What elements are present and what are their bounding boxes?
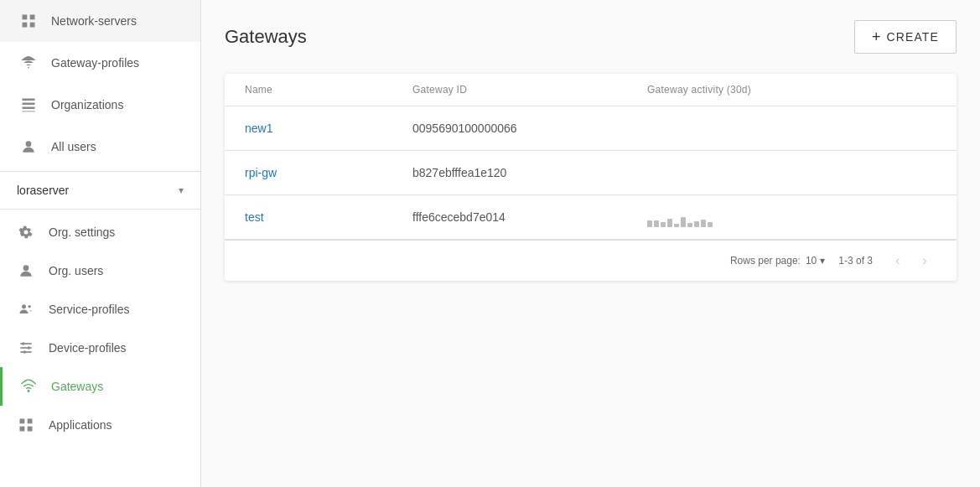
gateways-table-card: Name Gateway ID Gateway activity (30d) n… xyxy=(225,74,957,281)
activity-bar xyxy=(681,217,686,227)
gateway-name-link[interactable]: test xyxy=(245,210,412,224)
activity-bar xyxy=(654,220,659,227)
page-title: Gateways xyxy=(225,26,307,48)
activity-cell xyxy=(647,163,936,183)
svg-rect-1 xyxy=(30,15,35,20)
pagination-nav: ‹ › xyxy=(886,249,936,272)
col-gateway-id: Gateway ID xyxy=(412,84,647,96)
svg-point-15 xyxy=(22,342,24,345)
gateway-id-cell: 0095690100000066 xyxy=(412,122,647,135)
org-name: loraserver xyxy=(17,184,172,197)
pagination-info: 1-3 of 3 xyxy=(838,255,873,267)
rows-per-page-label: Rows per page: xyxy=(730,255,801,267)
svg-rect-3 xyxy=(30,23,35,28)
rows-per-page: Rows per page: 10 ▾ xyxy=(730,255,825,267)
svg-point-16 xyxy=(28,346,30,349)
table-icon xyxy=(19,96,38,114)
activity-bar xyxy=(667,219,672,227)
dropdown-icon: ▾ xyxy=(820,255,825,267)
sidebar-item-label: Gateways xyxy=(51,380,103,393)
gateway-id-cell: b827ebfffea1e120 xyxy=(412,166,647,179)
plus-icon: + xyxy=(872,29,882,44)
rows-per-page-select[interactable]: 10 ▾ xyxy=(806,255,825,267)
svg-rect-7 xyxy=(23,111,35,112)
svg-rect-18 xyxy=(20,419,25,424)
wifi-active-icon xyxy=(19,377,38,396)
activity-bar xyxy=(708,222,713,227)
svg-rect-6 xyxy=(23,107,35,110)
sidebar-item-label: Org. settings xyxy=(49,225,115,239)
gateway-name-link[interactable]: new1 xyxy=(245,122,412,135)
gateway-name-link[interactable]: rpi-gw xyxy=(245,166,412,179)
create-button[interactable]: + CREATE xyxy=(854,20,957,54)
chevron-down-icon: ▾ xyxy=(179,184,184,196)
wifi-icon xyxy=(19,54,38,72)
svg-point-17 xyxy=(23,350,26,353)
table-row: test fffe6cecebd7e014 xyxy=(225,195,957,240)
sidebar-item-org-settings[interactable]: Org. settings xyxy=(0,213,200,251)
activity-bar xyxy=(701,220,706,227)
prev-page-button[interactable]: ‹ xyxy=(886,249,910,272)
svg-point-10 xyxy=(22,304,26,308)
sidebar-item-org-users[interactable]: Org. users xyxy=(0,251,200,290)
activity-cell xyxy=(647,207,936,227)
create-button-label: CREATE xyxy=(887,30,939,44)
sidebar-item-organizations[interactable]: Organizations xyxy=(0,84,200,126)
sidebar-item-label: All users xyxy=(51,140,96,153)
col-activity: Gateway activity (30d) xyxy=(647,84,936,96)
sidebar-item-all-users[interactable]: All users xyxy=(0,126,200,168)
sidebar-item-service-profiles[interactable]: Service-profiles xyxy=(0,290,200,329)
sidebar-item-label: Network-servers xyxy=(51,14,137,28)
sliders-icon xyxy=(17,339,35,357)
col-name: Name xyxy=(245,84,412,96)
grid2-icon xyxy=(17,416,35,434)
activity-bar xyxy=(694,221,699,227)
grid-icon xyxy=(19,12,38,30)
svg-point-8 xyxy=(26,141,32,147)
sidebar-item-applications[interactable]: Applications xyxy=(0,406,200,444)
person-icon xyxy=(17,262,35,280)
gateway-id-cell: fffe6cecebd7e014 xyxy=(412,210,647,224)
table-header: Name Gateway ID Gateway activity (30d) xyxy=(225,74,957,106)
sidebar-item-label: Service-profiles xyxy=(49,303,129,316)
sidebar-item-label: Gateway-profiles xyxy=(51,56,139,70)
org-selector[interactable]: loraserver ▾ xyxy=(0,175,200,205)
svg-rect-19 xyxy=(28,419,33,424)
rows-per-page-value: 10 xyxy=(806,255,817,267)
sidebar-item-label: Applications xyxy=(49,418,112,432)
gear-icon xyxy=(17,223,35,241)
main-content: Gateways + CREATE Name Gateway ID Gatewa… xyxy=(201,0,980,487)
activity-bar xyxy=(647,220,652,227)
sidebar-item-device-profiles[interactable]: Device-profiles xyxy=(0,329,200,367)
svg-point-11 xyxy=(29,305,31,308)
activity-cell xyxy=(647,118,936,138)
svg-point-9 xyxy=(23,265,29,271)
people-gear-icon xyxy=(17,300,35,319)
sidebar-item-network-servers[interactable]: Network-servers xyxy=(0,0,200,42)
sidebar-divider-2 xyxy=(0,209,200,210)
sidebar-item-label: Org. users xyxy=(49,264,103,277)
table-row: new1 0095690100000066 xyxy=(225,106,957,151)
table-row: rpi-gw b827ebfffea1e120 xyxy=(225,151,957,195)
page-header: Gateways + CREATE xyxy=(225,20,957,54)
sidebar-item-label: Device-profiles xyxy=(49,341,127,355)
svg-rect-20 xyxy=(20,427,25,432)
next-page-button[interactable]: › xyxy=(913,249,936,272)
sidebar-item-gateway-profiles[interactable]: Gateway-profiles xyxy=(0,42,200,84)
svg-rect-2 xyxy=(23,23,28,28)
sidebar-item-gateways[interactable]: Gateways xyxy=(0,367,200,406)
svg-rect-5 xyxy=(23,103,35,106)
svg-rect-0 xyxy=(23,15,28,20)
sidebar-divider xyxy=(0,171,200,172)
sidebar: Network-servers Gateway-profiles Organiz… xyxy=(0,0,201,487)
activity-bar xyxy=(687,223,692,227)
sidebar-item-label: Organizations xyxy=(51,98,123,111)
svg-rect-4 xyxy=(23,99,35,101)
svg-rect-21 xyxy=(28,427,33,432)
activity-bar xyxy=(674,224,679,227)
activity-bar xyxy=(661,222,666,227)
table-footer: Rows per page: 10 ▾ 1-3 of 3 ‹ › xyxy=(225,240,957,281)
person-icon xyxy=(19,137,38,156)
